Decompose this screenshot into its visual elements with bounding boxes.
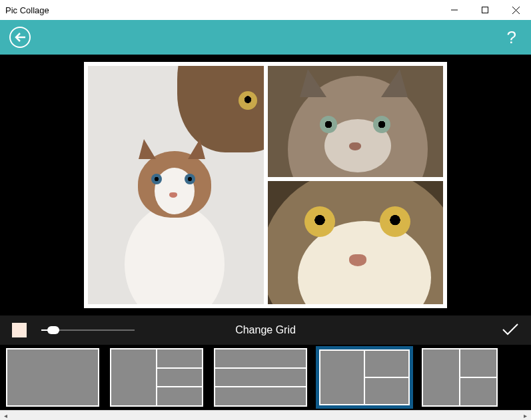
horizontal-scrollbar[interactable]: ◂ ▸ [0,410,531,420]
scroll-right-button[interactable]: ▸ [520,411,531,421]
controls-title: Change Grid [235,324,296,336]
slider-thumb[interactable] [47,326,59,334]
back-arrow-icon [14,33,26,42]
minimize-button[interactable] [439,0,470,20]
window-title: Pic Collage [5,5,49,15]
canvas-area [0,55,531,315]
close-icon [512,7,520,14]
confirm-button[interactable] [502,322,519,338]
grid-option-left-plus-two[interactable] [316,346,413,409]
back-button[interactable] [9,27,31,48]
app-header: ? [0,20,531,55]
minimize-icon [451,7,458,13]
border-width-slider[interactable] [41,329,135,331]
collage-cell-left[interactable] [88,66,264,304]
collage-cell-top-right[interactable] [268,66,444,177]
grid-controls-bar: Change Grid [0,315,531,345]
maximize-button[interactable] [470,0,500,20]
window-controls [439,0,531,20]
background-color-swatch[interactable] [12,323,27,337]
grid-layout-strip[interactable] [0,345,531,410]
scroll-left-button[interactable]: ◂ [0,411,11,421]
grid-option-left-plus-three[interactable] [108,346,205,409]
grid-option-single[interactable] [4,346,101,409]
close-button[interactable] [500,0,531,20]
collage-preview[interactable] [84,62,447,308]
grid-option-two-col-right-split[interactable] [420,346,500,409]
help-button[interactable]: ? [502,25,522,51]
check-icon [502,322,519,335]
titlebar: Pic Collage [0,0,531,20]
maximize-icon [482,7,488,13]
svg-rect-1 [482,7,488,13]
collage-cell-bottom-right[interactable] [268,181,444,304]
grid-option-three-rows[interactable] [212,346,309,409]
collage-right-column [268,66,444,304]
